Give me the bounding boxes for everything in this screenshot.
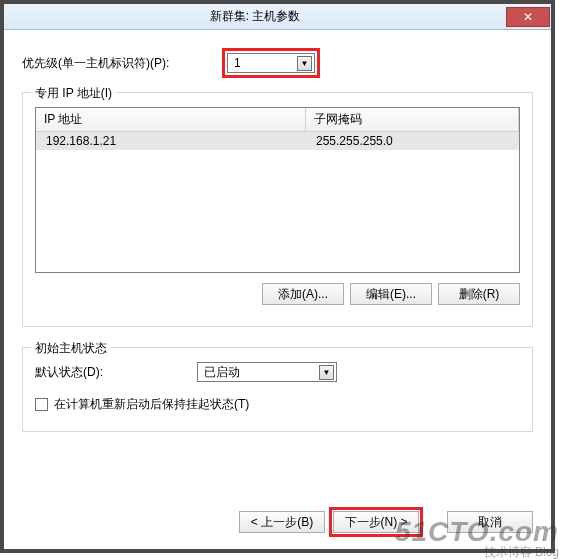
initial-state-groupbox: 初始主机状态 默认状态(D): 已启动 ▼ 在计算机重新启动后保持挂起状态(T) (22, 347, 533, 432)
default-status-value: 已启动 (204, 364, 240, 381)
remove-button-label: 删除(R) (459, 286, 500, 303)
column-header-ip[interactable]: IP 地址 (36, 108, 306, 131)
edit-button-label: 编辑(E)... (366, 286, 416, 303)
chevron-down-icon: ▼ (297, 56, 312, 71)
cell-ip: 192.168.1.21 (36, 132, 306, 150)
ip-groupbox: 专用 IP 地址(I) IP 地址 子网掩码 192.168.1.21 255.… (22, 92, 533, 327)
priority-combobox[interactable]: 1 ▼ (227, 53, 315, 73)
remove-button[interactable]: 删除(R) (438, 283, 520, 305)
next-highlight: 下一步(N) > (329, 507, 423, 537)
titlebar: 新群集: 主机参数 ✕ (4, 4, 551, 30)
initial-group-legend: 初始主机状态 (31, 340, 111, 357)
add-button[interactable]: 添加(A)... (262, 283, 344, 305)
column-header-mask[interactable]: 子网掩码 (306, 108, 519, 131)
priority-label: 优先级(单一主机标识符)(P): (22, 55, 222, 72)
close-button[interactable]: ✕ (506, 7, 550, 27)
window-title: 新群集: 主机参数 (4, 8, 506, 25)
content-area: 优先级(单一主机标识符)(P): 1 ▼ 专用 IP 地址(I) IP 地址 子… (4, 30, 551, 549)
cancel-button[interactable]: 取消 (447, 511, 533, 533)
close-icon: ✕ (523, 11, 533, 23)
next-button[interactable]: 下一步(N) > (333, 511, 419, 533)
table-header: IP 地址 子网掩码 (36, 108, 519, 132)
back-button-label: < 上一步(B) (251, 514, 313, 531)
ip-table[interactable]: IP 地址 子网掩码 192.168.1.21 255.255.255.0 (35, 107, 520, 273)
add-button-label: 添加(A)... (278, 286, 328, 303)
default-status-label: 默认状态(D): (35, 364, 197, 381)
ip-group-legend: 专用 IP 地址(I) (31, 85, 116, 102)
wizard-button-row: < 上一步(B) 下一步(N) > 取消 (239, 507, 533, 537)
cancel-button-label: 取消 (478, 514, 502, 531)
dialog-window: 新群集: 主机参数 ✕ 优先级(单一主机标识符)(P): 1 ▼ 专用 IP 地… (4, 4, 551, 549)
table-row[interactable]: 192.168.1.21 255.255.255.0 (36, 132, 519, 150)
ip-button-row: 添加(A)... 编辑(E)... 删除(R) (35, 283, 520, 305)
suspend-checkbox[interactable] (35, 398, 48, 411)
priority-row: 优先级(单一主机标识符)(P): 1 ▼ (22, 48, 533, 78)
default-status-select[interactable]: 已启动 ▼ (197, 362, 337, 382)
chevron-down-icon: ▼ (319, 365, 334, 380)
default-status-row: 默认状态(D): 已启动 ▼ (35, 362, 520, 382)
back-button[interactable]: < 上一步(B) (239, 511, 325, 533)
next-button-label: 下一步(N) > (345, 514, 408, 531)
suspend-checkbox-label: 在计算机重新启动后保持挂起状态(T) (54, 396, 249, 413)
edit-button[interactable]: 编辑(E)... (350, 283, 432, 305)
table-body: 192.168.1.21 255.255.255.0 (36, 132, 519, 272)
cell-mask: 255.255.255.0 (306, 132, 519, 150)
priority-value: 1 (234, 56, 241, 70)
suspend-checkbox-row: 在计算机重新启动后保持挂起状态(T) (35, 396, 520, 413)
priority-highlight: 1 ▼ (222, 48, 320, 78)
